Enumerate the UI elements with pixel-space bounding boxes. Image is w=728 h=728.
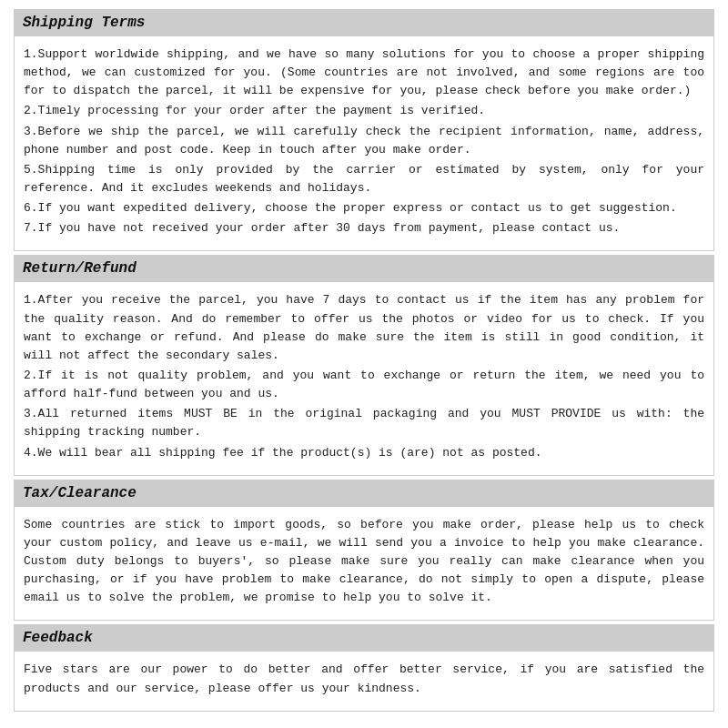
paragraph: 5.Shipping time is only provided by the … [24, 161, 704, 197]
section-title-tax: Tax/Clearance [23, 485, 136, 501]
paragraph: 2.If it is not quality problem, and you … [24, 367, 704, 403]
section-header-shipping: Shipping Terms [14, 9, 714, 36]
section-body-shipping: 1.Support worldwide shipping, and we hav… [14, 36, 714, 251]
section-body-tax: Some countries are stick to import goods… [14, 507, 714, 622]
paragraph: 7.If you have not received your order af… [24, 219, 704, 238]
section-body-feedback: Five stars are our power to do better an… [14, 652, 714, 711]
paragraph: 4.We will bear all shipping fee if the p… [24, 444, 704, 462]
section-body-return: 1.After you receive the parcel, you have… [14, 282, 714, 475]
paragraph: 3.All returned items MUST BE in the orig… [24, 405, 704, 441]
section-return: Return/Refund1.After you receive the par… [14, 255, 714, 475]
paragraph: 1.Support worldwide shipping, and we hav… [24, 46, 704, 100]
section-feedback: FeedbackFive stars are our power to do b… [14, 624, 714, 711]
section-shipping: Shipping Terms1.Support worldwide shippi… [14, 9, 714, 251]
section-tax: Tax/ClearanceSome countries are stick to… [14, 480, 714, 622]
page-wrapper: Shipping Terms1.Support worldwide shippi… [0, 0, 728, 728]
paragraph: 2.Timely processing for your order after… [24, 102, 704, 120]
section-header-tax: Tax/Clearance [14, 480, 714, 507]
section-title-shipping: Shipping Terms [23, 15, 145, 31]
paragraph: 1.After you receive the parcel, you have… [24, 291, 704, 365]
section-title-return: Return/Refund [23, 260, 136, 277]
section-header-return: Return/Refund [14, 255, 714, 282]
paragraph: 3.Before we ship the parcel, we will car… [24, 123, 704, 159]
paragraph: Five stars are our power to do better an… [24, 661, 704, 697]
paragraph: 6.If you want expedited delivery, choose… [24, 199, 704, 217]
section-header-feedback: Feedback [14, 624, 714, 652]
section-title-feedback: Feedback [23, 630, 93, 646]
paragraph: Some countries are stick to import goods… [24, 516, 704, 608]
